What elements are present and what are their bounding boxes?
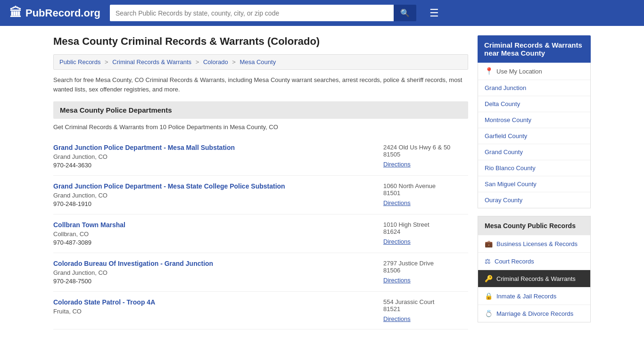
- record-address: 2797 Justice Drive 81506 Directions: [383, 260, 468, 285]
- use-my-location-link[interactable]: 📍Use My Location: [478, 63, 590, 80]
- public-records-link-label: Inmate & Jail Records: [496, 293, 556, 300]
- public-records-link[interactable]: 💍Marriage & Divorce Records: [478, 305, 590, 322]
- nearby-link[interactable]: Grand Junction: [478, 80, 590, 96]
- public-records-link-label: Court Records: [495, 258, 534, 265]
- record-name[interactable]: Grand Junction Police Department - Mesa …: [53, 144, 374, 151]
- public-records-link[interactable]: 🔒Inmate & Jail Records: [478, 288, 590, 305]
- record-city: Fruita, CO: [53, 308, 374, 315]
- section-header: Mesa County Police Departments: [53, 101, 468, 119]
- page-description: Search for free Mesa County, CO Criminal…: [53, 75, 468, 94]
- public-records-link[interactable]: ⚖Court Records: [478, 253, 590, 270]
- link-icon: 💍: [485, 310, 493, 317]
- record-street: 2424 Old Us Hwy 6 & 50: [383, 144, 468, 151]
- nearby-link[interactable]: Montrose County: [478, 112, 590, 128]
- site-header: 🏛 PubRecord.org 🔍 ☰: [0, 0, 644, 26]
- record-address: 1060 North Avenue 81501 Directions: [383, 182, 468, 207]
- record-zip: 81624: [383, 228, 468, 235]
- record-city: Grand Junction, CO: [53, 269, 374, 276]
- record-name[interactable]: Colorado Bureau Of Investigation - Grand…: [53, 260, 374, 267]
- content-area: Mesa County Criminal Records & Warrants …: [53, 35, 468, 329]
- record-name[interactable]: Collbran Town Marshal: [53, 221, 374, 229]
- search-button[interactable]: 🔍: [394, 5, 416, 21]
- page-title: Mesa County Criminal Records & Warrants …: [53, 35, 468, 48]
- record-info: Colorado State Patrol - Troop 4A Fruita,…: [53, 298, 374, 322]
- record-zip: 81506: [383, 267, 468, 274]
- logo-text: PubRecord.org: [25, 7, 100, 19]
- nearby-link[interactable]: Ouray County: [478, 192, 590, 208]
- nearby-link[interactable]: Rio Blanco County: [478, 160, 590, 176]
- nearby-link[interactable]: San Miguel County: [478, 176, 590, 192]
- public-records-link[interactable]: 💼Business Licenses & Records: [478, 235, 590, 253]
- record-phone: 970-248-1910: [53, 200, 374, 207]
- nearby-link[interactable]: Garfield County: [478, 128, 590, 144]
- breadcrumb-public-records[interactable]: Public Records: [59, 58, 100, 66]
- search-input[interactable]: [110, 5, 394, 21]
- record-entry: Collbran Town Marshal Collbran, CO 970-4…: [53, 214, 468, 253]
- search-bar: 🔍: [110, 5, 416, 21]
- link-icon: 🔑: [485, 275, 493, 282]
- main-container: Mesa County Criminal Records & Warrants …: [44, 26, 600, 339]
- link-icon: ⚖: [485, 257, 491, 265]
- record-entry: Grand Junction Police Department - Mesa …: [53, 176, 468, 214]
- directions-link[interactable]: Directions: [383, 238, 411, 245]
- public-records-link-label: Criminal Records & Warrants: [496, 275, 576, 282]
- nearby-link-label: San Miguel County: [485, 181, 537, 188]
- record-info: Colorado Bureau Of Investigation - Grand…: [53, 260, 374, 285]
- record-street: 2797 Justice Drive: [383, 260, 468, 267]
- public-records-link[interactable]: 🔑Criminal Records & Warrants: [478, 270, 590, 288]
- link-icon: 💼: [485, 240, 493, 247]
- record-info: Collbran Town Marshal Collbran, CO 970-4…: [53, 221, 374, 246]
- nearby-link-label: Delta County: [485, 100, 520, 107]
- public-records-link-label: Business Licenses & Records: [496, 240, 578, 247]
- record-address: 1010 High Street 81624 Directions: [383, 221, 468, 246]
- nearby-link-label: Ouray County: [485, 197, 522, 204]
- nearby-link[interactable]: Delta County: [478, 96, 590, 112]
- record-city: Grand Junction, CO: [53, 192, 374, 199]
- directions-link[interactable]: Directions: [383, 199, 411, 206]
- nearby-link[interactable]: Grand County: [478, 144, 590, 160]
- breadcrumb: Public Records > Criminal Records & Warr…: [53, 54, 468, 70]
- link-icon: 🔒: [485, 292, 493, 300]
- nearby-link-label: Rio Blanco County: [485, 165, 536, 172]
- location-icon: 📍: [485, 67, 494, 75]
- record-street: 1010 High Street: [383, 221, 468, 228]
- record-street: 1060 North Avenue: [383, 182, 468, 189]
- sidebar: Criminal Records & Warrants near Mesa Co…: [478, 35, 591, 329]
- record-phone: 970-248-7500: [53, 278, 374, 285]
- record-address: 554 Jurassic Court 81521 Directions: [383, 298, 468, 322]
- nearby-section-title: Criminal Records & Warrants near Mesa Co…: [478, 35, 591, 63]
- record-street: 554 Jurassic Court: [383, 298, 468, 305]
- directions-link[interactable]: Directions: [383, 277, 411, 284]
- search-icon: 🔍: [400, 9, 410, 17]
- breadcrumb-criminal-records[interactable]: Criminal Records & Warrants: [112, 58, 191, 66]
- nearby-link-label: Grand Junction: [485, 84, 526, 91]
- record-phone: 970-487-3089: [53, 239, 374, 246]
- directions-link[interactable]: Directions: [383, 315, 411, 322]
- public-records-links: 💼Business Licenses & Records⚖Court Recor…: [478, 235, 591, 322]
- record-name[interactable]: Grand Junction Police Department - Mesa …: [53, 182, 374, 190]
- section-description: Get Criminal Records & Warrants from 10 …: [53, 123, 468, 131]
- directions-link[interactable]: Directions: [383, 161, 411, 168]
- nearby-link-label: Garfield County: [485, 132, 527, 140]
- record-address: 2424 Old Us Hwy 6 & 50 81505 Directions: [383, 144, 468, 169]
- nearby-links: 📍Use My LocationGrand JunctionDelta Coun…: [478, 63, 591, 208]
- nearby-link-label: Use My Location: [496, 68, 542, 75]
- nearby-link-label: Montrose County: [485, 116, 531, 123]
- record-city: Collbran, CO: [53, 230, 374, 238]
- breadcrumb-colorado[interactable]: Colorado: [203, 58, 228, 66]
- record-zip: 81505: [383, 151, 468, 158]
- record-city: Grand Junction, CO: [53, 153, 374, 160]
- site-logo[interactable]: 🏛 PubRecord.org: [9, 6, 100, 20]
- record-info: Grand Junction Police Department - Mesa …: [53, 182, 374, 207]
- record-entry: Colorado Bureau Of Investigation - Grand…: [53, 253, 468, 292]
- record-info: Grand Junction Police Department - Mesa …: [53, 144, 374, 169]
- nearby-link-label: Grand County: [485, 148, 523, 156]
- record-name[interactable]: Colorado State Patrol - Troop 4A: [53, 298, 374, 306]
- record-zip: 81521: [383, 305, 468, 313]
- breadcrumb-mesa-county[interactable]: Mesa County: [240, 58, 276, 66]
- records-list: Grand Junction Police Department - Mesa …: [53, 137, 468, 329]
- record-zip: 81501: [383, 189, 468, 197]
- public-records-section-title: Mesa County Public Records: [478, 216, 591, 235]
- record-entry: Grand Junction Police Department - Mesa …: [53, 137, 468, 176]
- menu-button[interactable]: ☰: [429, 7, 439, 19]
